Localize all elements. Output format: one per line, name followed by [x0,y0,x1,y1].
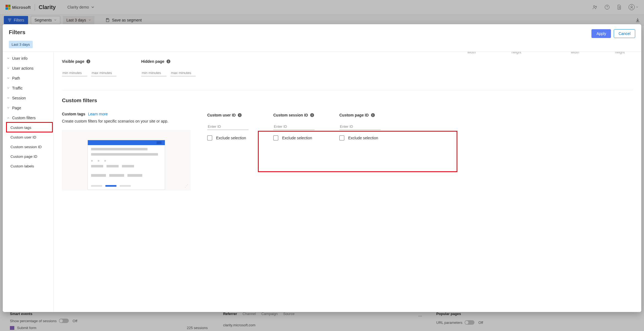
nav-label: User info [12,56,28,61]
field-title: Custom page ID [339,113,369,117]
info-icon[interactable]: i [371,113,375,117]
info-icon[interactable]: i [310,113,314,117]
info-icon[interactable]: i [167,59,170,63]
custom-tags-label: Custom tags [62,112,85,116]
nav-traffic[interactable]: Traffic [3,83,53,93]
clipped-labels: widthheight widthheight [62,52,633,54]
custom-filters-heading: Custom filters [62,97,633,104]
nav-custom-user-id[interactable]: Custom user ID [3,132,53,142]
custom-session-id-field: Custom session ID i Exclude selection [273,113,315,140]
active-filter-chips: Last 3 days [3,41,641,51]
custom-session-id-input[interactable] [273,123,315,130]
nav-label: Path [12,76,20,80]
visible-min-input[interactable] [62,70,87,76]
custom-user-id-input[interactable] [207,123,249,130]
field-title: Custom user ID [207,113,236,117]
nav-session[interactable]: Session [3,93,53,103]
filter-category-nav: User info User actions Path Traffic Sess… [3,52,54,312]
nav-label: User actions [12,66,34,70]
page-time-section: Visible page i Hidden page i [62,59,633,76]
exclude-label: Exclude selection [216,136,246,140]
exclude-label: Exclude selection [348,136,378,140]
nav-label: Session [12,96,26,100]
field-title: Visible page [62,59,84,64]
chevron-down-icon [7,96,10,100]
custom-tags-preview: ⋰ [62,130,191,191]
exclude-session-id-checkbox[interactable] [273,135,278,140]
nav-custom-tags[interactable]: Custom tags [3,123,53,132]
nav-custom-session-id[interactable]: Custom session ID [3,142,53,152]
nav-custom-page-id[interactable]: Custom page ID [3,152,53,161]
hidden-max-input[interactable] [170,70,196,76]
exclude-label: Exclude selection [282,136,312,140]
chevron-down-icon [7,77,10,80]
cancel-button[interactable]: Cancel [614,29,635,38]
visible-max-input[interactable] [91,70,116,76]
chevron-down-icon [7,86,10,90]
apply-button[interactable]: Apply [591,29,611,38]
nav-custom-labels[interactable]: Custom labels [3,161,53,171]
date-chip[interactable]: Last 3 days [9,41,33,48]
custom-tags-block: Custom tags Learn more Create custom fil… [62,112,191,191]
custom-tags-desc: Create custom filters for specific scena… [62,119,191,123]
nav-path[interactable]: Path [3,73,53,83]
exclude-user-id-checkbox[interactable] [207,135,212,140]
chevron-down-icon [7,57,10,60]
info-icon[interactable]: i [238,113,242,117]
nav-label: Custom filters [12,116,36,120]
hidden-min-input[interactable] [141,70,167,76]
modal-title: Filters [9,29,25,36]
custom-page-id-input[interactable] [339,123,381,130]
filters-modal: Filters Apply Cancel Last 3 days User in… [3,24,641,312]
exclude-page-id-checkbox[interactable] [339,135,344,140]
nav-label: Traffic [12,86,23,90]
modal-header: Filters Apply Cancel [3,24,641,41]
nav-user-actions[interactable]: User actions [3,63,53,73]
resize-handle-icon: ⋰ [185,184,188,188]
custom-user-id-field: Custom user ID i Exclude selection [207,113,249,140]
learn-more-link[interactable]: Learn more [88,112,108,116]
field-title: Custom session ID [273,113,308,117]
chevron-down-icon [7,67,10,70]
nav-custom-filters[interactable]: Custom filters [3,113,53,123]
chevron-up-icon [7,116,10,120]
preview-mockup [88,140,165,190]
nav-user-info[interactable]: User info [3,53,53,63]
info-icon[interactable]: i [86,59,90,63]
field-title: Hidden page [141,59,164,64]
divider [62,90,633,90]
hidden-page-field: Hidden page i [141,59,196,76]
custom-id-fields: Custom user ID i Exclude selection Custo… [207,113,381,140]
filter-content: widthheight widthheight Visible page i [54,52,641,312]
nav-label: Page [12,106,21,110]
nav-page[interactable]: Page [3,103,53,113]
custom-page-id-field: Custom page ID i Exclude selection [339,113,381,140]
chevron-down-icon [7,106,10,110]
visible-page-field: Visible page i [62,59,116,76]
